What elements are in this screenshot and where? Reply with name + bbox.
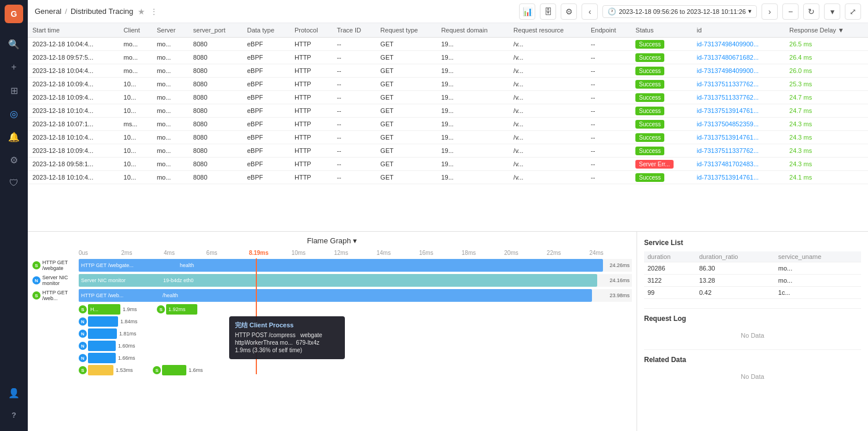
table-cell: eBPF: [242, 38, 290, 51]
table-col-request-domain[interactable]: Request domain: [436, 23, 509, 38]
tick-2ms: 2ms: [122, 250, 164, 256]
expand-button[interactable]: ⤢: [845, 3, 861, 20]
table-col-start-time[interactable]: Start time: [28, 23, 119, 38]
breadcrumb-sep: /: [65, 7, 67, 16]
share-icon[interactable]: ⋮: [150, 7, 158, 16]
sub-rows-container: S H... 1.9ms S 1.92ms N 1.84ms: [79, 304, 632, 376]
sl-cell-duration: 20286: [644, 262, 696, 275]
sidebar-item-help[interactable]: ?: [3, 404, 24, 425]
sidebar-item-grid[interactable]: ⊞: [3, 80, 24, 101]
table-cell-id[interactable]: id-73137513914761...: [692, 104, 785, 118]
table-col-request-resource[interactable]: Request resource: [509, 23, 586, 38]
sub-bar-s4: [162, 365, 186, 375]
table-cell: GET: [376, 158, 436, 171]
table-cell: HTTP: [290, 104, 332, 118]
table-row[interactable]: 2023-12-18 09:57:5...mo...mo...8080eBPFH…: [28, 51, 868, 64]
table-col-server[interactable]: Server: [152, 23, 189, 38]
table-row[interactable]: 2023-12-18 10:10:4...10...mo...8080eBPFH…: [28, 104, 868, 118]
table-cell: 8080: [189, 144, 242, 158]
table-cell: GET: [376, 171, 436, 184]
table-col-trace-id[interactable]: Trace ID: [332, 23, 376, 38]
table-row[interactable]: 2023-12-18 10:09:4...10...mo...8080eBPFH…: [28, 144, 868, 158]
flame-bar-0: HTTP GET /webgate... health: [79, 259, 603, 272]
table-col-id[interactable]: id: [692, 23, 785, 38]
table-row[interactable]: 2023-12-18 10:07:1...ms...mo...8080eBPFH…: [28, 118, 868, 131]
table-cell: --: [586, 38, 631, 51]
refresh-button[interactable]: ↻: [803, 3, 819, 20]
sub-row-0[interactable]: S H... 1.9ms S 1.92ms: [79, 304, 632, 315]
table-cell-id[interactable]: id-73137511337762...: [692, 144, 785, 158]
flame-row-0[interactable]: S HTTP GET /webgate HTTP GET /webgate...…: [32, 258, 632, 272]
table-cell-id[interactable]: id-73137504852359...: [692, 118, 785, 131]
table-cell: --: [332, 171, 376, 184]
service-list-row[interactable]: 990.421c...: [644, 287, 861, 299]
next-button[interactable]: ›: [762, 3, 778, 20]
table-cell: mo...: [119, 38, 152, 51]
sub-row-1[interactable]: N 1.84ms: [79, 316, 632, 327]
table-row[interactable]: 2023-12-18 09:58:1...10...mo...8080eBPFH…: [28, 158, 868, 171]
table-col-response-delay-▼[interactable]: Response Delay ▼: [785, 23, 868, 38]
table-cell-id[interactable]: id-73137480671682...: [692, 51, 785, 64]
star-icon[interactable]: ★: [138, 7, 145, 16]
table-row[interactable]: 2023-12-18 10:10:4...10...mo...8080eBPFH…: [28, 131, 868, 144]
table-cell-id[interactable]: id-73137513914761...: [692, 171, 785, 184]
time-range-picker[interactable]: 🕐 2023-12-18 09:56:26 to 2023-12-18 10:1…: [602, 5, 757, 18]
service-list-row[interactable]: 2028686.30mo...: [644, 262, 861, 275]
table-row[interactable]: 2023-12-18 10:10:4...10...mo...8080eBPFH…: [28, 171, 868, 184]
table-col-server_port[interactable]: server_port: [189, 23, 242, 38]
table-cell: /v...: [509, 78, 586, 91]
table-cell: --: [332, 144, 376, 158]
sub-row-5[interactable]: S 1.53ms S 1.6ms: [79, 364, 632, 376]
table-cell-status: Success: [631, 118, 692, 131]
table-cell: 19...: [436, 104, 509, 118]
sidebar-item-add[interactable]: +: [3, 57, 24, 78]
flame-graph-dropdown-icon[interactable]: ▾: [353, 236, 357, 245]
table-cell: GET: [376, 118, 436, 131]
table-col-client[interactable]: Client: [119, 23, 152, 38]
sidebar-item-search[interactable]: 🔍: [3, 34, 24, 54]
table-cell-id[interactable]: id-73137498409900...: [692, 38, 785, 51]
table-cell: 19...: [436, 131, 509, 144]
sidebar-item-user[interactable]: 👤: [3, 382, 24, 403]
gear-icon-button[interactable]: ⚙: [561, 3, 577, 20]
sub-row-4[interactable]: N 1.66ms: [79, 352, 632, 364]
sub-row-2[interactable]: N 1.81ms: [79, 328, 632, 339]
table-cell-delay: 24.3 ms: [785, 131, 868, 144]
table-row[interactable]: 2023-12-18 10:09:4...10...mo...8080eBPFH…: [28, 91, 868, 104]
table-cell-id[interactable]: id-73137481702483...: [692, 158, 785, 171]
sidebar-item-shield[interactable]: 🛡: [3, 173, 24, 193]
sub-row-3[interactable]: N 1.60ms: [79, 340, 632, 352]
db-icon-button[interactable]: 🗄: [540, 3, 556, 20]
table-cell: --: [332, 104, 376, 118]
sidebar-item-bell[interactable]: 🔔: [3, 126, 24, 147]
flame-row-2[interactable]: S HTTP GET /web... HTTP GET /web... /hea…: [32, 288, 632, 302]
table-cell-delay: 24.3 ms: [785, 158, 868, 171]
table-col-endpoint[interactable]: Endpoint: [586, 23, 631, 38]
table-cell: 19...: [436, 91, 509, 104]
sidebar-item-globe[interactable]: ◎: [3, 103, 24, 124]
table-body: 2023-12-18 10:04:4...mo...mo...8080eBPFH…: [28, 38, 868, 184]
chart-icon-button[interactable]: 📊: [519, 3, 535, 20]
table-cell: mo...: [152, 158, 189, 171]
table-col-protocol[interactable]: Protocol: [290, 23, 332, 38]
sidebar-item-settings[interactable]: ⚙: [3, 149, 24, 170]
table-cell-id[interactable]: id-73137513914761...: [692, 131, 785, 144]
table-cell: HTTP: [290, 118, 332, 131]
zoom-out-button[interactable]: −: [782, 3, 799, 20]
table-cell-id[interactable]: id-73137511337762...: [692, 91, 785, 104]
table-col-data-type[interactable]: Data type: [242, 23, 290, 38]
table-row[interactable]: 2023-12-18 10:04:4...mo...mo...8080eBPFH…: [28, 64, 868, 78]
table-col-status[interactable]: Status: [631, 23, 692, 38]
service-list-row[interactable]: 312213.28mo...: [644, 275, 861, 287]
prev-button[interactable]: ‹: [582, 3, 598, 20]
table-row[interactable]: 2023-12-18 10:09:4...10...mo...8080eBPFH…: [28, 78, 868, 91]
sl-cell-duration: 3122: [644, 275, 696, 287]
table-cell: mo...: [152, 144, 189, 158]
table-cell-id[interactable]: id-73137498409900...: [692, 64, 785, 78]
table-row[interactable]: 2023-12-18 10:04:4...mo...mo...8080eBPFH…: [28, 38, 868, 51]
table-cell-id[interactable]: id-73137511337762...: [692, 78, 785, 91]
flame-row-1[interactable]: N Server NIC monitor Server NIC monitor …: [32, 273, 632, 287]
table-col-request-type[interactable]: Request type: [376, 23, 436, 38]
refresh-dropdown[interactable]: ▾: [824, 3, 840, 20]
flame-graph-label: Flame Graph: [307, 236, 351, 245]
